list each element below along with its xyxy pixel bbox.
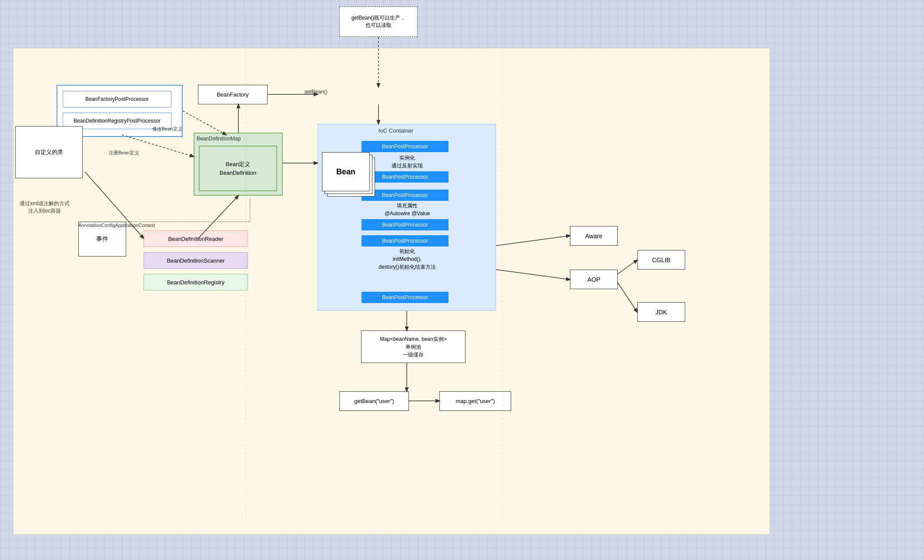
bds-box: BeanDefinitionScanner: [144, 252, 248, 269]
bpp-5: BeanPostProcessor: [362, 235, 449, 247]
events-label: 事件: [96, 235, 108, 243]
bean-stack-front: Bean: [322, 152, 370, 191]
mapget-user-box: map.get("user"): [439, 391, 511, 411]
bfpp-box1: BeanFactoryPostProcessor: [63, 91, 171, 107]
bean-stack: Bean: [322, 152, 374, 204]
ioc-title: IoC Container: [378, 127, 413, 134]
annotation-box: getBean()既可以生产， 也可以读取: [339, 7, 418, 37]
annotation-context-label: AnnotationConfigApplicationContext: [78, 223, 155, 228]
bdreg-box: BeanDefinitionRegistry: [144, 274, 248, 290]
bpp-4: BeanPostProcessor: [362, 219, 449, 230]
cglib-box: CGLIB: [637, 250, 685, 270]
custom-class-box: 自定义的类: [15, 126, 83, 178]
bdr-box: BeanDefinitionReader: [144, 230, 248, 247]
ioc-text3: 初始化 initMethod(), destory()初始化结束方法: [318, 247, 496, 271]
bpp-6: BeanPostProcessor: [362, 292, 449, 303]
bpp-1: BeanPostProcessor: [362, 141, 449, 152]
getbean-user-box: getBean("user"): [339, 391, 409, 411]
bdreg-label: BeanDefinitionRegistry: [167, 279, 224, 286]
inject-label: 通过xml或注解的方式 注入到ioc容器: [9, 200, 80, 215]
map-pool-box: Map<beanName, bean实例> 单例池 一级缓存: [361, 330, 465, 363]
bean-factory-label: BeanFactory: [217, 91, 249, 98]
jdk-box: JDK: [637, 302, 685, 322]
bds-label: BeanDefinitionScanner: [167, 257, 225, 264]
bdmap-title: BeanDefinitionMap: [197, 136, 241, 142]
aop-box: AOP: [570, 270, 618, 289]
bdmap-container: BeanDefinitionMap Bean定义 BeanDefinition: [194, 133, 283, 196]
bdr-label: BeanDefinitionReader: [168, 236, 223, 242]
annotation-text: getBean()既可以生产， 也可以读取: [352, 14, 406, 29]
custom-class-label: 自定义的类: [35, 148, 63, 157]
bean-factory-box: BeanFactory: [198, 85, 268, 104]
aware-box: Aware: [570, 226, 618, 246]
bdmap-inner: Bean定义 BeanDefinition: [199, 146, 277, 191]
